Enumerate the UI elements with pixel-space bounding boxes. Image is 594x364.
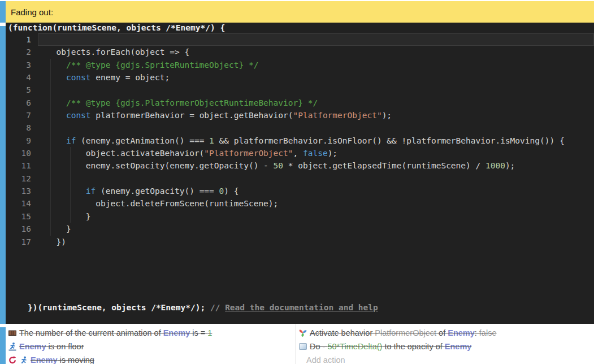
code-token: /** @type {gdjs.SpriteRuntimeObject} */: [66, 60, 258, 70]
comment-text: Fading out:: [11, 7, 53, 17]
code-token: }): [46, 237, 66, 246]
code-line-content: [38, 84, 594, 96]
line-number: 5: [6, 84, 38, 96]
code-token: [46, 136, 66, 145]
condition-text-part: is on floor: [46, 342, 84, 351]
code-token: );: [505, 161, 515, 170]
code-token: enemy = object;: [91, 73, 170, 82]
line-number: 4: [6, 71, 38, 84]
code-token: "PlatformerObject": [293, 111, 382, 120]
code-token: && platformerBehavior.isOnFloor() && !pl…: [214, 136, 565, 145]
action-text-part: to the opacity of: [382, 342, 444, 351]
code-token: );: [328, 149, 337, 158]
invert-condition-icon: [8, 356, 17, 364]
action-row[interactable]: Activate behavior PlatformerObject of En…: [296, 326, 594, 340]
line-number: 16: [6, 223, 38, 235]
action-text: Activate behavior PlatformerObject of En…: [310, 328, 496, 337]
code-editor[interactable]: 12 objects.forEach(object => {3 /** @typ…: [6, 33, 594, 248]
conditions-column: The number of the current animation of E…: [6, 324, 296, 364]
add-action-button[interactable]: Add action: [296, 353, 594, 364]
indent-guide: [70, 147, 71, 223]
condition-row[interactable]: The number of the current animation of E…: [6, 326, 296, 340]
code-token: 50: [274, 161, 283, 170]
code-token: 1000: [485, 161, 505, 170]
code-line[interactable]: 8: [6, 122, 594, 134]
code-token: [46, 73, 66, 82]
condition-text-part: is =: [190, 328, 207, 337]
code-line-content: /** @type {gdjs.SpriteRuntimeObject} */: [38, 59, 594, 71]
line-number: 17: [6, 236, 38, 248]
code-line[interactable]: 16 }: [6, 223, 594, 235]
code-token: false: [303, 149, 328, 158]
code-line[interactable]: 14 object.deleteFromScene(runtimeScene);: [6, 197, 594, 210]
code-token: platformerBehavior = object.getBehavior(: [91, 111, 293, 120]
code-token: "PlatformerObject": [204, 149, 293, 158]
indent-guide: [50, 59, 51, 236]
action-text-part: :: [475, 328, 479, 337]
code-line-content: [38, 122, 594, 134]
opacity-icon: [298, 342, 307, 351]
condition-text-part: Enemy: [163, 328, 190, 337]
action-text-part: false: [479, 328, 497, 337]
code-footer-text: })(runtimeScene, objects /*Enemy*/);: [28, 303, 210, 312]
code-line[interactable]: 13 if (enemy.getOpacity() === 0) {: [6, 185, 594, 197]
code-line-content: }): [38, 236, 594, 248]
action-text-part: Enemy: [445, 342, 472, 351]
code-token: [46, 111, 66, 120]
action-text-part: PlatformerObject: [375, 328, 436, 337]
code-token: [46, 60, 66, 70]
comment-event[interactable]: Fading out:: [6, 1, 594, 23]
code-line[interactable]: 6 /** @type {gdjs.PlatformerObjectRuntim…: [6, 97, 594, 109]
code-line-content: object.deleteFromScene(runtimeScene);: [38, 197, 594, 210]
code-line[interactable]: 7 const platformerBehavior = object.getB…: [6, 109, 594, 122]
action-text-part: Enemy: [448, 328, 475, 337]
code-token: const: [66, 73, 91, 82]
line-number: 7: [6, 109, 38, 122]
documentation-link[interactable]: Read the documentation and help: [225, 303, 378, 312]
condition-row[interactable]: Enemy is on floor: [6, 340, 296, 353]
code-token: ) {: [224, 187, 239, 196]
code-line-content: }: [38, 223, 594, 235]
animation-frames-icon: [8, 328, 17, 337]
code-token: enemy.setOpacity(enemy.getOpacity() -: [46, 161, 274, 170]
code-event-drag-handle[interactable]: [0, 26, 6, 324]
javascript-code-event[interactable]: (function(runtimeScene, objects /*Enemy*…: [6, 23, 594, 324]
runner-icon: [19, 356, 28, 364]
code-line[interactable]: 4 const enemy = object;: [6, 71, 594, 84]
code-line[interactable]: 1: [6, 33, 594, 46]
code-line[interactable]: 5: [6, 84, 594, 96]
code-token: }: [46, 212, 91, 221]
code-line-content: const enemy = object;: [38, 71, 594, 84]
code-line[interactable]: 15 }: [6, 210, 594, 223]
code-line[interactable]: 12: [6, 172, 594, 185]
condition-row[interactable]: Enemy is moving: [6, 353, 296, 364]
action-text-part: 50*TimeDelta(): [327, 342, 382, 351]
code-line[interactable]: 11 enemy.setOpacity(enemy.getOpacity() -…: [6, 159, 594, 172]
code-token: );: [382, 111, 392, 120]
line-number: 11: [6, 159, 38, 172]
code-line-content: [38, 33, 594, 46]
code-footer-comment-prefix: //: [210, 303, 225, 312]
code-line[interactable]: 10 object.activateBehavior("PlatformerOb…: [6, 147, 594, 159]
code-line[interactable]: 9 if (enemy.getAnimation() === 1 && plat…: [6, 135, 594, 147]
condition-text-part: Enemy: [19, 342, 46, 351]
action-row[interactable]: Do - 50*TimeDelta() to the opacity of En…: [296, 340, 594, 353]
code-line[interactable]: 17 }): [6, 236, 594, 248]
line-number: 3: [6, 59, 38, 71]
comment-event-drag-handle[interactable]: [0, 1, 6, 23]
code-line[interactable]: 2 objects.forEach(object => {: [6, 46, 594, 58]
code-token: 0: [219, 187, 224, 196]
code-token: [46, 187, 86, 196]
condition-text-part: 1: [207, 328, 212, 337]
actions-column: Activate behavior PlatformerObject of En…: [296, 324, 594, 364]
line-number: 15: [6, 210, 38, 223]
code-line-content: /** @type {gdjs.PlatformerObjectRuntimeB…: [38, 97, 594, 109]
code-line-content: object.activateBehavior("PlatformerObjec…: [38, 147, 594, 159]
code-token: 1: [209, 136, 214, 145]
code-line-content: objects.forEach(object => {: [38, 46, 594, 58]
action-text-part: Activate behavior: [310, 328, 375, 337]
code-line[interactable]: 3 /** @type {gdjs.SpriteRuntimeObject} *…: [6, 59, 594, 71]
standard-event-drag-handle[interactable]: [0, 327, 6, 364]
line-number: 13: [6, 185, 38, 197]
code-footer-line: })(runtimeScene, objects /*Enemy*/); // …: [6, 294, 378, 324]
